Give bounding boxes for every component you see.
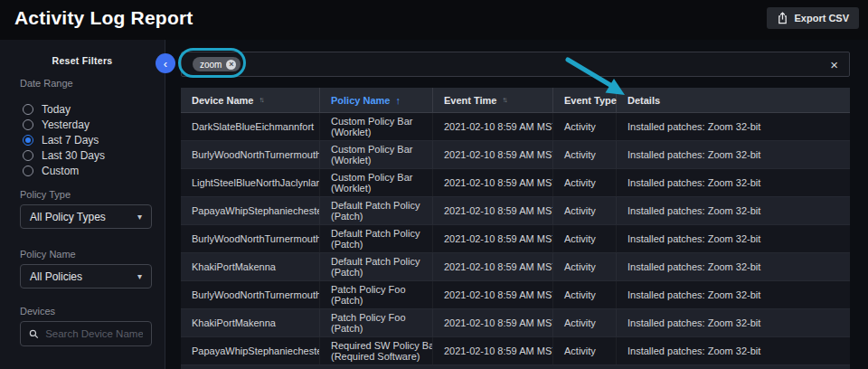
- policy-title: Custom Policy Bar: [331, 144, 421, 156]
- column-label: Device Name: [192, 95, 254, 106]
- filter-search-bar[interactable]: zoom × ×: [181, 52, 850, 77]
- radio-option-yesterday[interactable]: Yesterday: [23, 117, 105, 132]
- cell-details: Installed patches: Zoom 32-bit: [617, 337, 850, 364]
- clear-search-icon[interactable]: ×: [830, 58, 838, 71]
- policy-title: Custom Policy Bar: [331, 172, 421, 184]
- cell-event-time: 2021-02-10 8:59 AM MST: [433, 197, 553, 224]
- cell-device-name: BurlyWoodNorthTurnermouth: [181, 225, 320, 252]
- radio-label: Last 30 Days: [42, 149, 105, 162]
- cell-event-time: 2021-02-10 8:59 AM MST: [433, 225, 553, 252]
- sidebar-collapse-button[interactable]: ‹: [156, 53, 175, 73]
- radio-label: Yesterday: [42, 118, 90, 131]
- filter-chip-zoom[interactable]: zoom ×: [193, 57, 241, 71]
- filter-chip-label: zoom: [200, 60, 222, 70]
- table-header-row: Device Name↑↓Policy Name↑Event Time↑↓Eve…: [181, 88, 850, 113]
- sort-ascending-icon: ↑: [395, 95, 401, 106]
- date-range-label: Date Range: [20, 78, 73, 89]
- chevron-down-icon: ▾: [137, 212, 142, 222]
- radio-option-today[interactable]: Today: [23, 101, 105, 117]
- column-header-policy-name[interactable]: Policy Name↑: [320, 88, 433, 112]
- cell-details: Installed patches: Zoom 32-bit: [617, 197, 850, 224]
- cell-event-type: Activity: [553, 141, 617, 168]
- cell-policy-name: Custom Policy Bar(Worklet): [320, 169, 433, 196]
- cell-event-time: 2021-02-10 8:59 AM MST: [433, 169, 553, 196]
- cell-device-name: KhakiPortMakenna: [181, 309, 320, 336]
- cell-event-time: 2021-02-10 8:59 AM MST: [433, 309, 553, 336]
- device-search-box[interactable]: [20, 321, 152, 346]
- cell-event-time: 2021-02-10 8:59 AM MST: [433, 281, 553, 308]
- cell-device-name: PapayaWhipStephaniechester: [181, 197, 320, 224]
- policy-title: Custom Policy Bar: [331, 116, 421, 128]
- column-header-event-type: Event Type: [553, 88, 617, 112]
- radio-option-custom[interactable]: Custom: [23, 163, 105, 178]
- cell-event-type: Activity: [553, 169, 617, 196]
- top-bar: Activity Log Report Export CSV: [0, 0, 868, 40]
- chip-remove-icon[interactable]: ×: [226, 60, 236, 70]
- table-row: KhakiPortMakennaPatch Policy Foo(Patch)2…: [181, 309, 850, 337]
- table-row: KhakiPortMakennaDefault Patch Policy(Pat…: [181, 253, 850, 281]
- table-row: BurlyWoodNorthTurnermouthPatch Policy Fo…: [181, 281, 850, 309]
- radio-circle[interactable]: [23, 135, 33, 146]
- column-label: Details: [627, 95, 660, 106]
- cell-event-type: Activity: [553, 197, 617, 224]
- cell-event-type: Activity: [553, 337, 617, 364]
- policy-kind: (Worklet): [331, 183, 421, 194]
- export-icon: [777, 12, 788, 24]
- column-header-details: Details: [617, 88, 850, 112]
- chevron-down-icon: ▾: [137, 271, 142, 281]
- cell-event-type: Activity: [553, 309, 617, 336]
- policy-title: Patch Policy Foo: [331, 284, 421, 296]
- table-body: DarkSlateBlueEichmannfortCustom Policy B…: [181, 113, 850, 369]
- radio-circle[interactable]: [23, 166, 33, 176]
- cell-details: Installed patches: Zoom 32-bit: [617, 169, 850, 196]
- cell-policy-name: Default Patch Policy(Patch): [320, 253, 433, 280]
- search-icon: [29, 328, 39, 340]
- table-row: DarkSlateBlueEichmannfortCustom Policy B…: [181, 113, 850, 141]
- device-search-input[interactable]: [45, 328, 143, 339]
- radio-label: Last 7 Days: [42, 134, 99, 147]
- activity-log-table: Device Name↑↓Policy Name↑Event Time↑↓Eve…: [181, 88, 850, 369]
- policy-type-select[interactable]: All Policy Types ▾: [20, 204, 152, 229]
- cell-policy-name: Custom Policy Bar(Worklet): [320, 113, 433, 140]
- radio-label: Custom: [42, 165, 79, 177]
- cell-device-name: BurlyWoodNorthTurnermouth: [181, 141, 320, 168]
- policy-type-value: All Policy Types: [30, 211, 106, 223]
- reset-filters-button[interactable]: Reset Filters: [0, 55, 165, 66]
- policy-title: Default Patch Policy: [331, 200, 421, 212]
- table-row: PapayaWhipStephaniechesterDefault Patch …: [181, 197, 850, 225]
- cell-details: Installed patches: Zoom 32-bit: [617, 253, 850, 280]
- radio-option-last-30-days[interactable]: Last 30 Days: [23, 147, 105, 163]
- policy-type-label: Policy Type: [20, 189, 71, 200]
- filters-sidebar: Reset Filters Date Range TodayYesterdayL…: [0, 40, 165, 369]
- date-range-radio-group: TodayYesterdayLast 7 DaysLast 30 DaysCus…: [23, 101, 105, 178]
- policy-kind: (Patch): [331, 323, 421, 335]
- cell-policy-name: Patch Policy Foo(Patch): [320, 309, 433, 336]
- export-csv-label: Export CSV: [794, 13, 849, 24]
- policy-kind: (Required Software): [331, 351, 421, 363]
- policy-title: Patch Policy Foo: [331, 312, 421, 324]
- policy-kind: (Worklet): [331, 155, 421, 166]
- activity-log-report-page: Activity Log Report Export CSV Reset Fil…: [0, 0, 868, 369]
- column-header-event-time[interactable]: Event Time↑↓: [433, 88, 553, 112]
- radio-option-last-7-days[interactable]: Last 7 Days: [23, 132, 105, 147]
- table-row-partial: [181, 365, 850, 369]
- cell-details: Installed patches: Zoom 32-bit: [617, 225, 850, 252]
- column-label: Event Time: [444, 95, 497, 106]
- policy-title: Default Patch Policy: [331, 228, 421, 240]
- radio-circle[interactable]: [23, 119, 33, 130]
- radio-circle[interactable]: [23, 150, 33, 161]
- cell-device-name: PapayaWhipStephaniechester: [181, 337, 320, 364]
- radio-circle[interactable]: [23, 104, 33, 115]
- cell-policy-name: Default Patch Policy(Patch): [320, 225, 433, 252]
- column-header-device-name[interactable]: Device Name↑↓: [181, 88, 320, 112]
- cell-details: Installed patches: Zoom 32-bit: [617, 281, 850, 308]
- export-csv-button[interactable]: Export CSV: [767, 7, 859, 29]
- policy-name-select[interactable]: All Policies ▾: [20, 264, 152, 289]
- cell-device-name: DarkSlateBlueEichmannfort: [181, 113, 320, 140]
- radio-label: Today: [42, 103, 71, 116]
- cell-details: Installed patches: Zoom 32-bit: [617, 141, 850, 168]
- cell-details: Installed patches: Zoom 32-bit: [617, 309, 850, 336]
- policy-name-label: Policy Name: [20, 249, 76, 260]
- devices-label: Devices: [20, 306, 55, 317]
- policy-kind: (Patch): [331, 211, 421, 222]
